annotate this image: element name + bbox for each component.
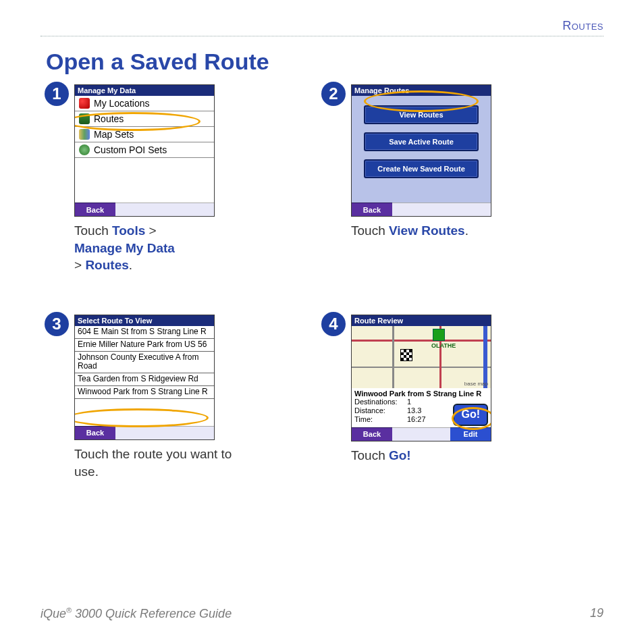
step-caption: Touch Tools > Manage My Data > Routes.: [74, 222, 215, 274]
step-2: 2 Manage Routes View Routes Save Active …: [321, 84, 524, 274]
kw-manage-my-data: Manage My Data: [74, 241, 175, 255]
list-item[interactable]: Custom POI Sets: [75, 142, 214, 158]
edit-button[interactable]: Edit: [450, 427, 491, 441]
screenshot-route-review: Route Review OLATHE base map Winwood Par…: [351, 315, 491, 441]
step-badge: 2: [321, 82, 346, 106]
time-label: Time:: [354, 415, 407, 424]
step-caption: Touch Go!: [351, 447, 491, 464]
window-title: Select Route To View: [75, 315, 214, 326]
back-button[interactable]: Back: [352, 427, 392, 441]
map-icon: [79, 129, 90, 140]
list-item[interactable]: Map Sets: [75, 127, 214, 142]
step-caption: Touch View Routes.: [351, 222, 491, 240]
flag-start-icon: [433, 329, 445, 341]
list-item-routes[interactable]: Routes: [75, 111, 214, 127]
screenshot-select-route: Select Route To View 604 E Main St from …: [74, 315, 215, 440]
kw-view-routes: View Routes: [389, 223, 465, 238]
list-item[interactable]: My Locations: [75, 96, 214, 111]
save-active-route-button[interactable]: Save Active Route: [364, 132, 479, 151]
bottom-bar-spacer: [115, 426, 214, 439]
window-title: Route Review: [352, 315, 491, 326]
dist-value: 13.3: [407, 406, 421, 414]
steps-grid: 1 Manage My Data My Locations Routes Map: [45, 84, 603, 480]
time-value: 16:27: [407, 415, 426, 423]
step-1: 1 Manage My Data My Locations Routes Map: [45, 84, 247, 274]
route-list-item[interactable]: Winwood Park from S Strang Line R: [75, 386, 214, 399]
map-preview: OLATHE base map: [352, 326, 491, 388]
flag-checkered-icon: [400, 349, 412, 361]
step-4: 4 Route Review OLATHE base map Winwood P…: [321, 315, 524, 480]
page-number: 19: [590, 606, 603, 621]
bottom-bar-spacer: [392, 203, 491, 216]
route-info: Winwood Park from S Strang Line R Destin…: [352, 388, 491, 427]
divider: [41, 36, 603, 36]
step-badge: 4: [321, 312, 346, 336]
screen-body: View Routes Save Active Route Create New…: [352, 96, 491, 203]
window-title: Manage My Data: [75, 85, 214, 96]
product-name: iQue® 3000 Quick Reference Guide: [41, 606, 232, 621]
route-icon: [79, 113, 90, 124]
map-place-label: OLATHE: [431, 342, 456, 349]
list-item-label: Routes: [94, 113, 124, 124]
step-caption: Touch the route you want to use.: [74, 446, 247, 480]
window-title: Manage Routes: [352, 85, 491, 96]
kw-go: Go!: [389, 448, 411, 462]
view-routes-button[interactable]: View Routes: [364, 105, 479, 124]
step-3: 3 Select Route To View 604 E Main St fro…: [45, 315, 247, 480]
route-list-item[interactable]: Johnson County Executive A from Road: [75, 352, 214, 374]
screenshot-manage-routes: Manage Routes View Routes Save Active Ro…: [351, 84, 491, 217]
bottom-bar-spacer: [392, 427, 450, 441]
list-item-label: Custom POI Sets: [94, 144, 167, 155]
back-button[interactable]: Back: [75, 203, 115, 216]
step-badge: 1: [45, 82, 69, 106]
kw-routes: Routes: [85, 258, 128, 272]
step-badge: 3: [45, 312, 69, 336]
list-item-label: My Locations: [94, 98, 149, 109]
footer: iQue® 3000 Quick Reference Guide 19: [41, 606, 603, 621]
heart-icon: [79, 98, 90, 109]
bottom-bar-spacer: [115, 203, 214, 216]
dest-value: 1: [407, 398, 411, 406]
go-button[interactable]: Go!: [453, 404, 488, 425]
route-list-item[interactable]: 604 E Main St from S Strang Line R: [75, 326, 214, 339]
route-list-item[interactable]: Tea Garden from S Ridgeview Rd: [75, 373, 214, 386]
highlight-oval: [74, 408, 209, 427]
dest-label: Destinations:: [354, 398, 407, 406]
back-button[interactable]: Back: [352, 203, 392, 216]
basemap-label: base map: [464, 381, 488, 387]
screenshot-manage-my-data: Manage My Data My Locations Routes Map S…: [74, 84, 215, 217]
route-list-item[interactable]: Ernie Miller Nature Park from US 56: [75, 339, 214, 352]
route-name: Winwood Park from S Strang Line R: [354, 390, 488, 398]
dist-label: Distance:: [354, 406, 407, 415]
create-new-saved-route-button[interactable]: Create New Saved Route: [364, 159, 479, 178]
section-header: Routes: [41, 19, 603, 33]
poi-icon: [79, 144, 90, 155]
kw-tools: Tools: [112, 223, 145, 238]
back-button[interactable]: Back: [75, 426, 115, 439]
page-title: Open a Saved Route: [46, 49, 603, 75]
list-item-label: Map Sets: [94, 129, 134, 140]
